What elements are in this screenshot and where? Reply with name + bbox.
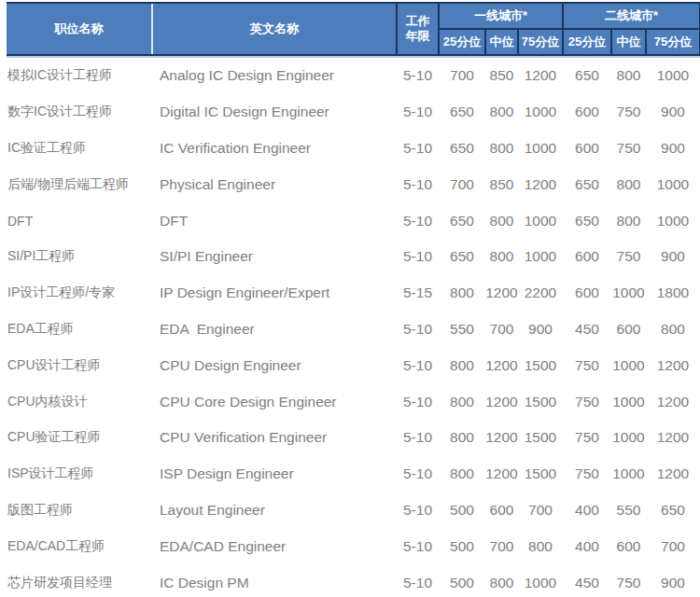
tier2-median-cell: 800 — [611, 58, 646, 94]
tier2-p25-cell: 650 — [563, 166, 611, 202]
english-name-cell: EDA Engineer — [152, 312, 397, 348]
tier2-p25-cell: 750 — [563, 383, 611, 420]
table-body: 模拟IC设计工程师Analog IC Design Engineer5-1070… — [7, 58, 700, 597]
tier1-p25-cell: 800 — [439, 383, 485, 420]
tier2-p75-cell: 1200 — [646, 383, 700, 420]
position-cell: IC验证工程师 — [7, 131, 152, 167]
tier2-p25-cell: 750 — [563, 456, 611, 493]
header-tier1-p50: 中位 — [485, 29, 518, 55]
tier1-p25-cell: 700 — [439, 166, 485, 202]
tier2-p75-cell: 900 — [646, 564, 700, 597]
tier1-p75-cell: 1500 — [518, 420, 563, 456]
header-tier1-group: 一线城市* — [439, 3, 563, 29]
header-position: 职位名称 — [7, 3, 152, 55]
tier1-p75-cell: 1200 — [518, 166, 563, 202]
tier2-p75-cell: 900 — [646, 131, 700, 167]
english-name-cell: Physical Engineer — [152, 166, 397, 202]
tier1-p75-cell: 2200 — [518, 275, 563, 312]
tier2-median-cell: 750 — [611, 131, 646, 167]
header-tier2-p50: 中位 — [611, 29, 646, 55]
tier1-p25-cell: 700 — [439, 58, 485, 94]
english-name-cell: CPU Design Engineer — [152, 347, 397, 383]
header-tier1-p75: 75分位 — [518, 29, 563, 55]
tier2-p25-cell: 750 — [563, 420, 611, 456]
position-cell: 芯片研发项目经理 — [7, 564, 152, 597]
table-row: ISP设计工程师ISP Design Engineer5-10800120015… — [7, 456, 700, 493]
table-row: IC验证工程师IC Verification Engineer5-1065080… — [7, 131, 700, 167]
tier2-p25-cell: 400 — [563, 493, 611, 529]
table-row: 芯片研发项目经理IC Design PM5-105008001000450750… — [7, 564, 700, 597]
table-row: 后端/物理后端工程师Physical Engineer5-10700850120… — [7, 166, 700, 202]
tier2-p25-cell: 600 — [563, 275, 611, 312]
tier1-p75-cell: 1500 — [518, 347, 563, 383]
work-years-cell: 5-10 — [397, 312, 439, 348]
tier2-median-cell: 600 — [611, 312, 646, 348]
tier2-p25-cell: 600 — [563, 94, 611, 131]
work-years-cell: 5-10 — [397, 564, 439, 597]
tier1-median-cell: 800 — [485, 94, 518, 131]
work-years-cell: 5-15 — [397, 275, 439, 312]
tier1-p75-cell: 1000 — [518, 94, 563, 131]
english-name-cell: DFT — [152, 202, 397, 239]
position-cell: 模拟IC设计工程师 — [7, 58, 152, 94]
position-cell: ISP设计工程师 — [7, 456, 152, 493]
tier1-p25-cell: 650 — [439, 239, 485, 275]
tier1-p25-cell: 500 — [439, 493, 485, 529]
english-name-cell: IP Design Engineer/Expert — [152, 275, 397, 312]
tier1-p25-cell: 550 — [439, 312, 485, 348]
tier1-p75-cell: 1000 — [518, 239, 563, 275]
tier2-p75-cell: 1000 — [646, 166, 700, 202]
header-tier1-p25: 25分位 — [439, 29, 485, 55]
salary-table-container: 职位名称 英文名称 工作 年限 一线城市* 二线城市* 25分位 中位 75分位… — [7, 2, 700, 597]
table-row: 模拟IC设计工程师Analog IC Design Engineer5-1070… — [7, 58, 700, 94]
tier1-p75-cell: 1000 — [518, 131, 563, 167]
tier2-p75-cell: 1200 — [646, 456, 700, 493]
tier1-median-cell: 800 — [485, 239, 518, 275]
tier2-p25-cell: 750 — [563, 347, 611, 383]
position-cell: CPU验证工程师 — [7, 420, 152, 456]
position-cell: IP设计工程师/专家 — [7, 275, 152, 312]
work-years-cell: 5-10 — [397, 456, 439, 493]
position-cell: 后端/物理后端工程师 — [7, 166, 152, 202]
work-years-cell: 5-10 — [397, 528, 439, 564]
tier2-p25-cell: 450 — [563, 312, 611, 348]
work-years-cell: 5-10 — [397, 420, 439, 456]
tier1-p25-cell: 800 — [439, 456, 485, 493]
tier1-p75-cell: 700 — [518, 493, 563, 529]
tier2-p25-cell: 600 — [563, 239, 611, 275]
tier1-p25-cell: 800 — [439, 347, 485, 383]
tier1-p75-cell: 800 — [518, 528, 563, 564]
tier2-p75-cell: 1000 — [646, 202, 700, 239]
header-work-years: 工作 年限 — [397, 3, 439, 55]
tier2-p75-cell: 800 — [646, 312, 700, 348]
tier1-median-cell: 800 — [485, 564, 518, 597]
table-row: 版图工程师Layout Engineer5-105006007004005506… — [7, 493, 700, 529]
tier1-median-cell: 850 — [485, 58, 518, 94]
tier1-median-cell: 1200 — [485, 275, 518, 312]
header-tier2-p75: 75分位 — [646, 29, 700, 55]
tier1-median-cell: 600 — [485, 493, 518, 529]
tier2-median-cell: 1000 — [611, 275, 646, 312]
english-name-cell: EDA/CAD Engineer — [152, 528, 397, 564]
english-name-cell: CPU Verification Engineer — [152, 420, 397, 456]
work-years-cell: 5-10 — [397, 166, 439, 202]
tier1-median-cell: 850 — [485, 166, 518, 202]
work-years-cell: 5-10 — [397, 383, 439, 420]
work-years-cell: 5-10 — [397, 347, 439, 383]
tier1-p25-cell: 800 — [439, 420, 485, 456]
tier2-p75-cell: 700 — [646, 528, 700, 564]
english-name-cell: IC Verification Engineer — [152, 131, 397, 167]
tier2-p25-cell: 650 — [563, 58, 611, 94]
position-cell: EDA/CAD工程师 — [7, 528, 152, 564]
header-english: 英文名称 — [152, 3, 397, 55]
header-group-row: 职位名称 英文名称 工作 年限 一线城市* 二线城市* — [7, 3, 700, 29]
tier1-p25-cell: 650 — [439, 94, 485, 131]
table-row: CPU设计工程师CPU Design Engineer5-10800120015… — [7, 347, 700, 383]
tier2-median-cell: 550 — [611, 493, 646, 529]
tier2-p25-cell: 450 — [563, 564, 611, 597]
position-cell: 数字IC设计工程师 — [7, 94, 152, 131]
english-name-cell: CPU Core Design Engineer — [152, 383, 397, 420]
table-row: CPU验证工程师CPU Verification Engineer5-10800… — [7, 420, 700, 456]
tier2-median-cell: 750 — [611, 564, 646, 597]
tier2-p75-cell: 1000 — [646, 58, 700, 94]
